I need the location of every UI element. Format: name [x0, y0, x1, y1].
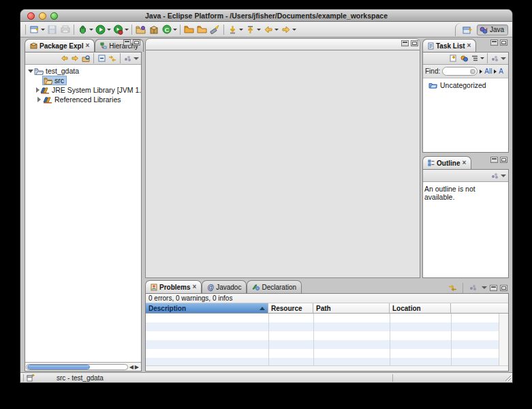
new-wizard-button[interactable] — [28, 23, 41, 36]
close-icon[interactable]: × — [85, 42, 89, 49]
save-button[interactable] — [46, 23, 59, 36]
go-up-icon[interactable] — [80, 53, 91, 64]
run-button[interactable] — [94, 23, 107, 36]
horizontal-scrollbar[interactable]: ◀ ▶ — [25, 362, 141, 371]
close-icon[interactable]: × — [193, 284, 197, 290]
maximize-view-button[interactable] — [500, 285, 507, 291]
minimize-editor-button[interactable] — [401, 40, 409, 46]
search-icon[interactable] — [208, 23, 221, 36]
task-list-panel: Task List × Find: × — [422, 38, 509, 153]
column-header-empty — [451, 303, 508, 313]
new-java-project-button[interactable] — [134, 23, 147, 36]
new-wizard-dropdown[interactable] — [41, 29, 45, 31]
expand-arrow-icon[interactable] — [36, 97, 42, 103]
title-bar[interactable]: Java - Eclipse Platform - /Users/jfisher… — [20, 10, 512, 22]
view-mode-icon[interactable] — [469, 53, 480, 64]
task-category-row[interactable]: Uncategorized — [423, 80, 508, 90]
tree-item-src[interactable]: src — [25, 76, 141, 85]
close-icon[interactable]: × — [467, 42, 471, 49]
scrollbar-thumb[interactable] — [27, 365, 90, 369]
open-type-button[interactable] — [183, 23, 195, 36]
column-header-location[interactable]: Location — [390, 303, 451, 313]
window-title: Java - Eclipse Platform - /Users/jfisher… — [20, 12, 512, 20]
open-perspective-button[interactable] — [461, 23, 474, 36]
link-with-editor-icon[interactable] — [107, 53, 118, 64]
resize-grip[interactable] — [504, 374, 512, 382]
tab-declaration[interactable]: Declaration — [247, 280, 302, 293]
tab-label: Problems — [159, 284, 191, 291]
minimize-view-button[interactable] — [490, 40, 498, 46]
view-menu-icon[interactable] — [501, 175, 506, 177]
back-dropdown[interactable] — [275, 29, 279, 31]
toolbar-separator — [487, 53, 488, 63]
tab-javadoc[interactable]: @ Javadoc — [202, 280, 247, 293]
categorize-icon[interactable] — [458, 53, 469, 64]
back-button[interactable] — [262, 23, 275, 36]
maximize-view-button[interactable] — [133, 40, 140, 46]
clear-search-icon[interactable]: × — [470, 69, 475, 74]
forward-dropdown[interactable] — [292, 29, 296, 31]
fast-view-icon[interactable] — [27, 374, 35, 382]
forward-button[interactable] — [279, 23, 292, 36]
column-header-description[interactable]: Description — [146, 303, 268, 313]
maximize-view-button[interactable] — [500, 40, 507, 46]
last-edit-dropdown[interactable] — [239, 29, 243, 31]
scrollbar-track[interactable] — [26, 364, 128, 370]
open-resource-button[interactable] — [195, 23, 208, 36]
scroll-right-icon[interactable]: ▶ — [135, 364, 139, 370]
back-history-icon[interactable] — [59, 53, 69, 64]
new-package-button[interactable] — [147, 23, 160, 36]
maximize-editor-button[interactable] — [411, 40, 418, 46]
column-header-path[interactable]: Path — [313, 303, 390, 313]
filter-tasks-icon[interactable] — [447, 282, 458, 293]
filter-all-link[interactable]: All — [484, 67, 492, 75]
find-input[interactable] — [445, 67, 470, 75]
view-mode-dropdown[interactable] — [480, 57, 484, 59]
tab-label: Package Expl — [40, 42, 83, 50]
tab-package-explorer[interactable]: Package Expl × — [25, 39, 95, 52]
expand-arrow-icon[interactable] — [36, 87, 40, 93]
collapse-arrow-icon[interactable] — [27, 68, 33, 74]
view-menu-icon[interactable] — [482, 286, 487, 289]
external-tools-button[interactable] — [112, 23, 125, 36]
forward-history-icon[interactable] — [69, 53, 80, 64]
external-tools-dropdown[interactable] — [125, 29, 129, 31]
view-menu-icon[interactable] — [501, 57, 506, 60]
tab-outline[interactable]: Outline × — [422, 156, 471, 169]
print-button[interactable] — [59, 23, 72, 36]
task-category-label: Uncategorized — [440, 81, 486, 89]
filter-activate-link[interactable]: A — [499, 67, 503, 75]
next-annotation-dropdown[interactable] — [257, 29, 261, 31]
debug-dropdown[interactable] — [89, 29, 93, 31]
view-filters-icon[interactable] — [490, 53, 501, 64]
next-annotation-button[interactable] — [244, 23, 257, 36]
new-class-button[interactable]: C — [160, 23, 173, 36]
new-class-dropdown[interactable] — [173, 29, 177, 31]
minimize-view-button[interactable] — [490, 285, 497, 291]
collapse-all-icon[interactable] — [96, 53, 107, 64]
minimize-view-button[interactable] — [490, 157, 498, 163]
view-filters-icon[interactable] — [468, 282, 479, 293]
minimize-view-button[interactable] — [123, 40, 131, 46]
editor-tab-area — [145, 38, 420, 50]
column-header-resource[interactable]: Resource — [268, 303, 313, 313]
tree-item-project[interactable]: test_gdata — [25, 66, 141, 76]
java-perspective-button[interactable]: J Java — [477, 25, 508, 35]
new-task-icon[interactable] — [448, 53, 458, 64]
tab-problems[interactable]: Problems × — [145, 280, 202, 293]
last-edit-location-button[interactable] — [226, 23, 239, 36]
view-menu-icon[interactable] — [134, 57, 139, 60]
tree-item-jre[interactable]: JRE System Library [JVM 1.5.0 (M — [25, 85, 141, 95]
maximize-view-button[interactable] — [500, 157, 507, 163]
tree-item-referenced-libraries[interactable]: Referenced Libraries — [25, 95, 141, 104]
debug-button[interactable] — [76, 23, 89, 36]
vertical-scrollbar[interactable] — [499, 314, 508, 365]
run-dropdown[interactable] — [107, 29, 111, 31]
view-filters-icon[interactable] — [123, 53, 134, 64]
close-icon[interactable]: × — [462, 160, 466, 166]
horizontal-scrollbar[interactable] — [146, 365, 508, 371]
view-filters-icon[interactable] — [490, 170, 501, 181]
tab-task-list[interactable]: Task List × — [422, 39, 476, 52]
scroll-left-icon[interactable]: ◀ — [129, 364, 134, 370]
toolbar-separator — [223, 25, 224, 35]
